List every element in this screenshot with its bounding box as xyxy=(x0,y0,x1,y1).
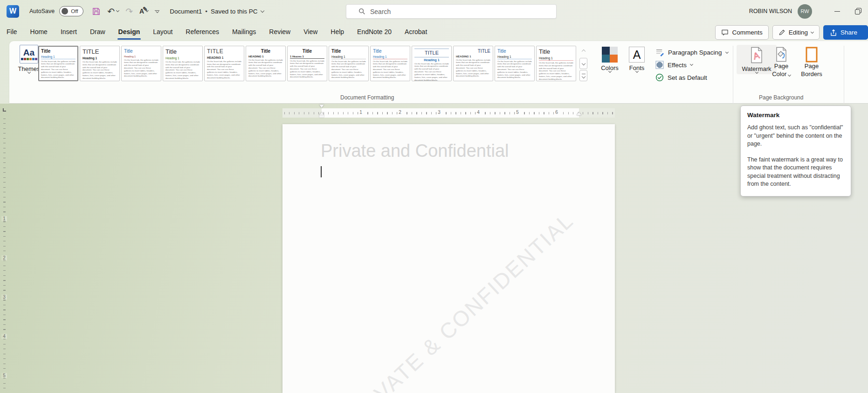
autosave-toggle[interactable]: Off xyxy=(59,6,83,16)
style-heading: Heading 1 xyxy=(414,58,449,62)
comments-button[interactable]: Comments xyxy=(715,25,768,40)
tab-view[interactable]: View xyxy=(297,22,324,41)
ribbon-right-actions: Comments Editing Share xyxy=(715,25,868,40)
style-heading: Heading 1 xyxy=(124,55,158,58)
save-button[interactable] xyxy=(92,7,101,16)
effects-button[interactable]: Effects xyxy=(655,61,728,69)
gallery-scroll-up-button[interactable] xyxy=(579,46,587,57)
ruler-number: 5 xyxy=(1,373,7,378)
style-set-thumbnail[interactable]: TITLE HEADING 1 On the Insert tab, the g… xyxy=(204,46,244,81)
tab-references[interactable]: References xyxy=(179,22,226,41)
style-set-thumbnail[interactable]: Title Heading 1 On the Insert tab, the g… xyxy=(495,46,535,81)
tab-acrobat[interactable]: Acrobat xyxy=(398,22,434,41)
style-heading: Heading 1 xyxy=(497,55,532,59)
editing-mode-button[interactable]: Editing xyxy=(772,25,820,40)
style-body: On the Insert tab, the galleries include… xyxy=(497,60,532,79)
colors-icon xyxy=(602,47,618,63)
minimize-button[interactable] xyxy=(827,0,847,22)
tab-insert[interactable]: Insert xyxy=(54,22,83,41)
ruler-number: 1 xyxy=(358,110,364,115)
ruler-number: 4 xyxy=(475,110,481,115)
style-heading: Heading 1 xyxy=(539,56,573,61)
page-color-label-line2: Color xyxy=(772,70,786,77)
style-set-thumbnail[interactable]: Title 1 Heading 1 On the Insert tab, the… xyxy=(287,46,327,81)
style-set-thumbnail[interactable]: TITLE Heading 1 On the Insert tab, the g… xyxy=(80,46,120,81)
tab-draw[interactable]: Draw xyxy=(83,22,112,41)
page-borders-button[interactable]: Page Borders xyxy=(796,45,827,79)
style-body: On the Insert tab, the galleries include… xyxy=(41,60,76,79)
style-heading: HEADING 1 xyxy=(248,55,283,58)
style-heading: HEADING 1 xyxy=(207,56,241,59)
vertical-ruler[interactable]: 1 2 3 4 5 xyxy=(1,119,7,393)
tooltip-paragraph: Add ghost text, such as "confidential" o… xyxy=(747,124,844,148)
search-input[interactable] xyxy=(370,8,524,15)
undo-icon: ↶ xyxy=(107,7,115,16)
hanging-indent-marker[interactable] xyxy=(319,112,324,115)
tab-help[interactable]: Help xyxy=(324,22,351,41)
left-indent-marker[interactable] xyxy=(319,115,324,118)
user-name[interactable]: ROBIN WILSON xyxy=(749,8,792,14)
chevron-down-icon xyxy=(581,74,585,78)
colors-button[interactable]: Colors xyxy=(598,47,622,72)
ruler-number: 4 xyxy=(1,334,7,339)
paragraph-spacing-button[interactable]: Paragraph Spacing xyxy=(655,49,728,56)
restore-button[interactable] xyxy=(847,0,868,22)
set-as-default-button[interactable]: Set as Default xyxy=(655,73,728,82)
tab-endnote[interactable]: EndNote 20 xyxy=(351,22,398,41)
style-set-thumbnail[interactable]: TITLE Heading 1 On the Insert tab, the g… xyxy=(412,46,452,81)
checkmark-circle-icon xyxy=(655,73,664,82)
comment-icon xyxy=(721,29,729,36)
document-title-menu[interactable]: Document1 • Saved to this PC xyxy=(170,8,263,15)
tab-home[interactable]: Home xyxy=(24,22,54,41)
style-set-thumbnail[interactable]: TITLE HEADING 1 On the Insert tab, the g… xyxy=(453,46,493,81)
autosave-state: Off xyxy=(71,8,78,14)
comments-label: Comments xyxy=(732,29,762,36)
style-set-thumbnail[interactable]: Title Heading 1 On the Insert tab, the g… xyxy=(121,46,161,81)
style-set-thumbnail[interactable]: Title Heading 1 On the Insert tab, the g… xyxy=(163,46,203,81)
text-cursor xyxy=(321,166,322,177)
redo-icon: ↷ xyxy=(125,7,133,16)
pen-tool-icon: A✎ xyxy=(139,7,144,15)
style-title: Title xyxy=(373,49,407,54)
fonts-button[interactable]: A Fonts xyxy=(625,47,649,72)
first-line-indent-marker[interactable] xyxy=(319,105,324,108)
tab-stop-selector[interactable] xyxy=(1,106,8,113)
right-indent-marker[interactable] xyxy=(577,112,581,115)
horizontal-ruler[interactable]: 1 2 3 4 5 6 xyxy=(282,108,615,118)
ruler-number: 3 xyxy=(436,110,442,115)
tab-review[interactable]: Review xyxy=(262,22,297,41)
style-heading: Heading 1 xyxy=(83,56,117,60)
style-set-thumbnail[interactable]: Title HEADING 1 On the Insert tab, the g… xyxy=(246,46,286,81)
customize-toolbar-button[interactable] xyxy=(155,10,159,13)
ribbon-design: Aa Themes Title Heading 1 On the Insert … xyxy=(9,41,868,104)
gallery-expand-button[interactable] xyxy=(579,70,587,81)
page-color-button[interactable]: Page Color xyxy=(767,45,795,79)
chevron-up-icon xyxy=(581,49,585,53)
themes-aa-glyph: Aa xyxy=(23,48,34,57)
style-set-thumbnail[interactable]: Title Heading 1 On the Insert tab, the g… xyxy=(370,46,410,81)
document-page[interactable]: Private and Confidential PRIVATE & CONFI… xyxy=(282,124,615,393)
style-set-thumbnail[interactable]: Title Heading 1 On the Insert tab, the g… xyxy=(329,46,369,81)
style-body: On the Insert tab, the galleries include… xyxy=(207,60,241,79)
gallery-scroll-down-button[interactable] xyxy=(579,58,587,69)
chevron-down-icon xyxy=(608,70,611,73)
style-set-thumbnail[interactable]: Title Heading 1 On the Insert tab, the g… xyxy=(38,46,78,81)
search-bar[interactable] xyxy=(346,4,557,19)
tab-mailings[interactable]: Mailings xyxy=(226,22,262,41)
style-set-thumbnail[interactable]: Title Heading 1 On the Insert tab, the g… xyxy=(536,46,576,81)
ruler-ticks xyxy=(284,112,613,114)
pen-tool-button[interactable]: A✎ xyxy=(139,7,148,15)
ribbon-tab-row: File Home Insert Draw Design Layout Refe… xyxy=(0,22,868,41)
autosave-label: AutoSave xyxy=(29,8,55,14)
undo-button[interactable]: ↶ xyxy=(107,7,119,16)
style-body: On the Insert tab, the galleries include… xyxy=(414,63,449,81)
avatar[interactable]: RW xyxy=(798,4,812,19)
tab-layout[interactable]: Layout xyxy=(146,22,179,41)
redo-button[interactable]: ↷ xyxy=(125,7,133,16)
tab-design[interactable]: Design xyxy=(112,22,147,41)
tab-file[interactable]: File xyxy=(0,22,24,41)
share-button[interactable]: Share xyxy=(823,25,868,40)
word-logo-icon[interactable]: W xyxy=(7,5,19,18)
style-body: On the Insert tab, the galleries include… xyxy=(124,59,158,78)
chevron-down-icon xyxy=(788,73,791,77)
